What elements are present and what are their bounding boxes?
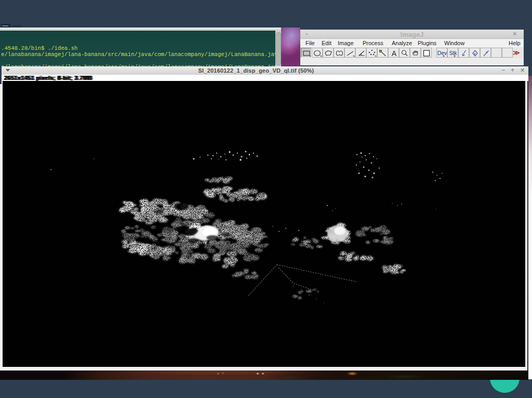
- svg-text:Stk: Stk: [449, 50, 457, 56]
- svg-text:A: A: [392, 49, 397, 58]
- svg-text:Dev: Dev: [437, 50, 447, 56]
